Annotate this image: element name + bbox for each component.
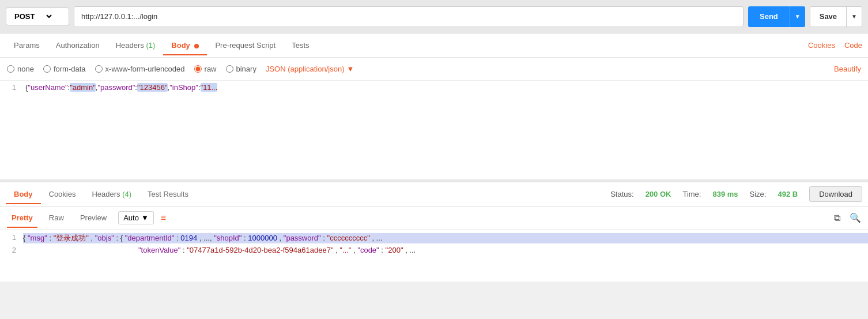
size-label: Size: — [750, 190, 767, 198]
cookies-link[interactable]: Cookies — [808, 41, 835, 50]
status-label: Status: — [610, 190, 633, 198]
size-value: 492 B — [778, 190, 798, 198]
line-number-1: 1 — [0, 83, 23, 92]
response-line-2: 2 "tokenValue" : "07477a1d-592b-4d20-bea… — [0, 245, 868, 256]
option-binary[interactable]: binary — [226, 65, 256, 73]
response-line-1: 1 { "msg" : "登录成功" , "objs" : { "departm… — [0, 232, 868, 245]
response-tab-testresults[interactable]: Test Results — [139, 184, 197, 204]
radio-raw[interactable] — [194, 65, 202, 73]
response-tab-headers[interactable]: Headers (4) — [84, 184, 139, 204]
time-label: Time: — [682, 190, 701, 198]
radio-none[interactable] — [7, 65, 14, 73]
send-dropdown-arrow[interactable]: ▼ — [790, 6, 805, 27]
response-tabs-row: Body Cookies Headers (4) Test Results St… — [0, 182, 868, 207]
radio-binary[interactable] — [226, 65, 233, 73]
wrap-icon[interactable]: ≡ — [161, 213, 166, 223]
request-editor[interactable]: 1 {"userName":"admin","password":"123456… — [0, 81, 868, 182]
option-form-data[interactable]: form-data — [43, 65, 86, 73]
resp-line-num-2: 2 — [0, 246, 23, 254]
status-value: 200 OK — [646, 190, 671, 198]
tab-params[interactable]: Params — [6, 35, 48, 55]
editor-line-1: 1 {"userName":"admin","password":"123456… — [0, 81, 868, 94]
response-icons: ⧉ 🔍 — [834, 212, 861, 223]
auto-label: Auto — [123, 213, 139, 222]
format-tab-preview[interactable]: Preview — [76, 211, 111, 224]
tab-tests[interactable]: Tests — [284, 35, 317, 55]
response-section: Body Cookies Headers (4) Test Results St… — [0, 182, 868, 282]
download-button[interactable]: Download — [809, 186, 862, 202]
radio-form-data[interactable] — [43, 65, 51, 73]
method-dropdown[interactable]: POST GET PUT DELETE PATCH — [12, 12, 54, 21]
body-dot — [194, 44, 199, 48]
search-icon[interactable]: 🔍 — [850, 212, 861, 223]
tabs-right: Cookies Code — [808, 41, 862, 50]
response-format-bar: Pretty Raw Preview Auto ▼ ≡ ⧉ 🔍 — [0, 207, 868, 230]
send-label[interactable]: Send — [748, 6, 790, 27]
json-type-selector[interactable]: JSON (application/json) ▼ — [266, 65, 354, 73]
save-label[interactable]: Save — [810, 7, 847, 27]
resp-line-content-2: "tokenValue" : "07477a1d-592b-4d20-bea2-… — [23, 246, 868, 254]
tab-prerequest[interactable]: Pre-request Script — [207, 35, 284, 55]
save-button[interactable]: Save ▼ — [810, 6, 862, 27]
response-tab-cookies[interactable]: Cookies — [41, 184, 84, 204]
radio-urlencoded[interactable] — [95, 65, 103, 73]
method-select[interactable]: POST GET PUT DELETE PATCH — [6, 7, 69, 25]
response-tab-body[interactable]: Body — [6, 184, 41, 204]
tab-body[interactable]: Body — [163, 35, 207, 55]
url-input[interactable] — [74, 6, 744, 27]
send-button[interactable]: Send ▼ — [748, 6, 805, 27]
json-type-label: JSON (application/json) — [266, 65, 345, 73]
time-value: 839 ms — [712, 190, 738, 198]
resp-line-content-1: { "msg" : "登录成功" , "objs" : { "departmen… — [23, 233, 868, 243]
beautify-button[interactable]: Beautify — [834, 65, 861, 73]
code-link[interactable]: Code — [844, 41, 862, 50]
option-none[interactable]: none — [7, 65, 34, 73]
tab-authorization[interactable]: Authorization — [48, 35, 108, 55]
body-options-bar: none form-data x-www-form-urlencoded raw… — [0, 58, 868, 81]
resp-line-num-1: 1 — [0, 233, 23, 243]
option-urlencoded[interactable]: x-www-form-urlencoded — [95, 65, 185, 73]
auto-format-select[interactable]: Auto ▼ — [118, 211, 154, 224]
copy-icon[interactable]: ⧉ — [834, 213, 840, 223]
top-bar: POST GET PUT DELETE PATCH Send ▼ Save ▼ — [0, 0, 868, 33]
format-tab-pretty[interactable]: Pretty — [7, 211, 37, 224]
auto-arrow[interactable]: ▼ — [141, 213, 149, 222]
line-content-1[interactable]: {"userName":"admin","password":"123456",… — [23, 83, 868, 92]
option-raw[interactable]: raw — [194, 65, 217, 73]
request-tabs-row: Params Authorization Headers (1) Body Pr… — [0, 33, 868, 58]
json-type-arrow[interactable]: ▼ — [346, 65, 354, 73]
response-status-bar: Status: 200 OK Time: 839 ms Size: 492 B … — [610, 186, 862, 202]
format-tab-raw[interactable]: Raw — [44, 211, 69, 224]
save-dropdown-arrow[interactable]: ▼ — [847, 7, 862, 27]
tab-headers[interactable]: Headers (1) — [108, 35, 164, 55]
response-body: 1 { "msg" : "登录成功" , "objs" : { "departm… — [0, 230, 868, 282]
